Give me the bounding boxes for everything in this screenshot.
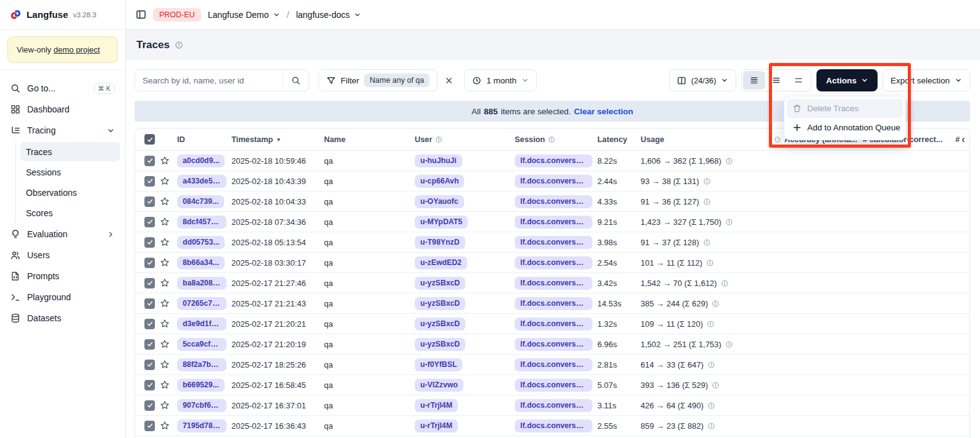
time-range-button[interactable]: 1 month [464,69,537,91]
clear-selection-link[interactable]: Clear selection [574,107,633,116]
info-icon[interactable] [712,300,720,308]
table-row[interactable]: a433de51... 2025-02-18 10:43:39 qa u-cp6… [135,171,970,192]
user-badge[interactable]: u-rTrjI4M [415,419,458,432]
trace-id-badge[interactable]: a433de51... [177,175,226,188]
user-badge[interactable]: u-yzSBxcD [415,277,465,290]
star-icon[interactable] [160,421,170,431]
export-selection-button[interactable]: Export selection [882,69,970,91]
info-icon[interactable] [725,157,733,165]
table-row[interactable]: a0cd0d9... 2025-02-18 10:59:46 qa u-huJh… [135,151,970,171]
user-badge[interactable]: u-MYpDAT5 [415,216,468,229]
sidebar-item-goto[interactable]: Go to... ⌘ K [5,78,120,99]
trace-id-badge[interactable]: 907cbf6e... [177,399,226,412]
info-icon[interactable] [707,402,715,410]
user-badge[interactable]: u-cp66Avh [415,175,464,188]
info-icon[interactable] [707,320,715,328]
info-icon[interactable] [703,198,711,206]
sidebar-item-dashboard[interactable]: Dashboard [5,99,120,120]
column-header-id[interactable]: ID [177,135,185,144]
table-row[interactable]: 88f2a7b0... 2025-02-17 18:25:26 qa u-f0Y… [135,355,970,375]
row-checkbox[interactable] [144,298,155,309]
star-icon[interactable] [160,319,170,329]
user-badge[interactable]: u-VIZzvwo [415,379,463,392]
info-icon[interactable] [712,381,720,389]
row-checkbox[interactable] [144,400,155,411]
row-height-small-icon[interactable] [743,71,765,90]
menu-item-add-to-annotation-queue[interactable]: Add to Annotation Queue [787,118,903,137]
star-icon[interactable] [160,339,170,349]
star-icon[interactable] [160,156,170,166]
star-icon[interactable] [160,237,170,247]
row-checkbox[interactable] [144,176,155,187]
table-row[interactable]: 907cbf6e... 2025-02-17 16:37:01 qa u-rTr… [135,395,970,416]
sidebar-item-prompts[interactable]: Prompts [5,266,120,287]
user-badge[interactable]: u-f0YfBSL [415,358,462,371]
user-badge[interactable]: u-rTrjI4M [415,399,458,412]
star-icon[interactable] [160,360,170,369]
info-icon[interactable] [725,340,733,348]
column-header-extra[interactable]: # c... [955,135,965,144]
table-row[interactable]: 8dcf4574... 2025-02-18 07:34:36 qa u-MYp… [135,212,970,232]
star-icon[interactable] [160,217,170,227]
column-header-user[interactable]: User [415,135,442,144]
column-header-name[interactable]: Name [324,135,346,144]
star-icon[interactable] [160,400,170,410]
star-icon[interactable] [160,380,170,390]
star-icon[interactable] [160,196,170,206]
session-badge[interactable]: lf.docs.conversation... [515,338,592,351]
session-badge[interactable]: lf.docs.conversation... [515,154,592,167]
info-icon[interactable] [707,361,715,369]
session-badge[interactable]: lf.docs.conversation... [515,399,592,412]
sidebar-item-scores[interactable]: Scores [20,203,120,222]
sidebar-toggle-icon[interactable] [136,9,146,20]
trace-id-badge[interactable]: 084c739... [177,195,224,208]
session-badge[interactable]: lf.docs.conversation... [515,256,592,269]
user-badge[interactable]: u-huJhuJi [415,154,462,167]
trace-id-badge[interactable]: b669529... [177,379,225,392]
row-checkbox[interactable] [144,278,155,288]
star-icon[interactable] [160,258,170,267]
table-row[interactable]: 07265c7a... 2025-02-17 21:21:43 qa u-yzS… [135,293,970,314]
trace-id-badge[interactable]: 7195d78e... [177,419,226,432]
info-icon[interactable] [703,238,711,246]
column-header-timestamp[interactable]: Timestamp▼ [231,135,281,144]
sidebar-item-evaluation[interactable]: Evaluation [5,224,120,245]
user-badge[interactable]: u-yzSBxcD [415,297,465,310]
table-row[interactable]: 8b66a34... 2025-02-18 03:30:17 qa u-zEwd… [135,253,970,273]
table-row[interactable]: 084c739... 2025-02-18 10:04:33 qa u-OYau… [135,192,970,212]
trace-id-badge[interactable]: dd05753... [177,236,225,249]
info-icon[interactable] [175,41,183,49]
search-input[interactable] [135,76,283,85]
session-badge[interactable]: lf.docs.conversation... [515,277,592,290]
info-icon[interactable] [703,177,711,185]
session-badge[interactable]: lf.docs.conversation... [515,379,592,392]
info-icon[interactable] [706,259,714,267]
project-switcher[interactable]: langfuse-docs [296,10,361,20]
star-icon[interactable] [160,278,170,288]
row-checkbox[interactable] [144,421,155,431]
clear-filter-icon[interactable] [445,77,453,85]
user-badge[interactable]: u-zEwdED2 [415,256,467,269]
table-row[interactable]: d3e9d1f2... 2025-02-17 21:20:21 qa u-yzS… [135,314,970,334]
user-badge[interactable]: u-OYauofc [415,195,464,208]
info-icon[interactable] [707,422,715,430]
sidebar-item-sessions[interactable]: Sessions [20,162,120,182]
sidebar-item-users[interactable]: Users [5,245,120,266]
columns-button[interactable]: (24/36) [669,69,737,91]
table-row[interactable]: b669529... 2025-02-17 16:58:45 qa u-VIZz… [135,375,970,395]
session-badge[interactable]: lf.docs.conversation... [515,318,592,331]
sidebar-item-observations[interactable]: Observations [20,183,120,202]
sidebar-item-playground[interactable]: Playground [5,287,120,308]
sidebar-item-traces[interactable]: Traces [20,142,120,161]
trace-id-badge[interactable]: a0cd0d9... [177,154,225,167]
filter-button[interactable]: Filter Name any of qa [318,69,438,91]
session-badge[interactable]: lf.docs.conversation... [515,358,592,371]
session-badge[interactable]: lf.docs.conversation... [515,175,592,188]
trace-id-badge[interactable]: 8b66a34... [177,256,225,269]
trace-id-badge[interactable]: d3e9d1f2... [177,318,226,331]
column-header-usage[interactable]: Usage [641,135,664,144]
star-icon[interactable] [160,176,170,186]
trace-id-badge[interactable]: ba8a208f... [177,277,226,290]
row-checkbox[interactable] [144,196,155,207]
trace-id-badge[interactable]: 07265c7a... [177,297,226,310]
